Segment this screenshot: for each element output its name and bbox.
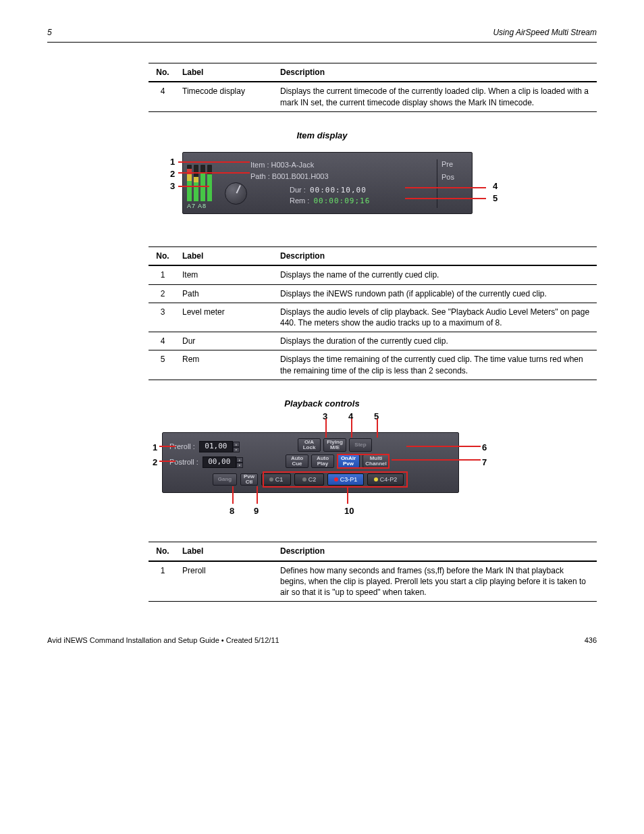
t2-r2-label: Level meter xyxy=(177,303,275,332)
co2-10: 10 xyxy=(344,505,354,517)
t2-h1: Label xyxy=(177,247,275,266)
panel-item-display: A7 A8 Item : H003-A-Jack Path : B001.B00… xyxy=(182,152,473,214)
t2-r4-label: Rem xyxy=(177,350,275,380)
item-name: Item : H003-A-Jack xyxy=(250,159,329,171)
pvw-ctl-button[interactable]: PvwCtl xyxy=(240,473,258,486)
co2-2: 2 xyxy=(153,457,157,469)
co2-7: 7 xyxy=(482,457,487,469)
t2-r3-desc: Displays the duration of the currently c… xyxy=(275,332,597,350)
t2-r4-desc: Displays the time remaining of the curre… xyxy=(275,350,597,380)
preroll-down-icon[interactable]: ▾ xyxy=(233,447,240,452)
section-playback-controls: Playback controls xyxy=(47,398,597,410)
t1-r0-label: Timecode display xyxy=(177,82,275,111)
table-playback-controls: No. Label Description 1 Preroll Defines … xyxy=(149,542,597,602)
t3-r0-num: 1 xyxy=(149,561,177,602)
highlight-onair-multi xyxy=(337,454,390,469)
panel-playback-controls: Preroll : 01,00 ▴▾ Postroll : 00,00 ▴▾ O… xyxy=(162,432,459,493)
t2-r0-num: 1 xyxy=(149,265,177,284)
dur-value: 00:00:10,00 xyxy=(310,186,367,194)
t2-r0-label: Item xyxy=(177,265,275,284)
postroll-input[interactable]: 00,00 ▴▾ xyxy=(203,457,236,468)
t1-r0-desc: Displays the current timecode of the cur… xyxy=(275,82,597,111)
rem-value: 00:00:09;16 xyxy=(313,197,370,205)
dur-label: Dur : xyxy=(290,186,306,194)
t2-r2-desc: Displays the audio levels of clip playba… xyxy=(275,303,597,332)
postroll-down-icon[interactable]: ▾ xyxy=(236,463,243,468)
t2-r2-num: 3 xyxy=(149,303,177,332)
meter-label: A7 A8 xyxy=(187,202,207,210)
preroll-value: 01,00 xyxy=(205,442,227,452)
step-button[interactable]: Step xyxy=(349,438,372,452)
footer-left: Avid iNEWS Command Installation and Setu… xyxy=(47,635,279,646)
t2-r3-label: Dur xyxy=(177,332,275,350)
preroll-label: Preroll : xyxy=(169,442,195,452)
table-timecode-display: No. Label Description 4 Timecode display… xyxy=(149,63,597,112)
t3-h0: No. xyxy=(149,542,177,561)
t2-h0: No. xyxy=(149,247,177,266)
item-path: Path : B001.B001.H003 xyxy=(250,171,329,182)
co2-6: 6 xyxy=(482,442,487,454)
header-page-ref: 5 xyxy=(47,27,52,38)
auto-cue-button[interactable]: AutoCue xyxy=(286,454,308,468)
t3-r0-label: Preroll xyxy=(177,561,275,602)
t2-r4-num: 5 xyxy=(149,350,177,380)
co1-2: 2 xyxy=(170,168,175,180)
co2-1: 1 xyxy=(153,442,157,454)
gang-button[interactable]: Gang xyxy=(213,473,237,486)
postroll-label: Postroll : xyxy=(169,457,198,467)
oa-lock-button[interactable]: O/ALock xyxy=(298,438,321,452)
t3-h2: Description xyxy=(275,542,597,561)
t2-r0-desc: Displays the name of the currently cued … xyxy=(275,265,597,284)
footer-page: 436 xyxy=(585,635,597,646)
preroll-up-icon[interactable]: ▴ xyxy=(233,442,240,447)
t3-h1: Label xyxy=(177,542,275,561)
section-item-display: Item display xyxy=(47,130,597,142)
t2-r3-num: 4 xyxy=(149,332,177,350)
co2-8: 8 xyxy=(230,505,234,517)
co2-4: 4 xyxy=(348,411,353,423)
co2-3: 3 xyxy=(323,411,327,423)
highlight-channels xyxy=(263,471,408,488)
pos-label: Pos xyxy=(441,172,468,182)
t2-r1-num: 2 xyxy=(149,284,177,303)
t1-h0: No. xyxy=(149,63,177,82)
t1-h2: Description xyxy=(275,63,597,82)
t3-r0-desc: Defines how many seconds and frames (ss,… xyxy=(275,561,597,602)
t2-r1-label: Path xyxy=(177,284,275,303)
postroll-value: 00,00 xyxy=(208,457,230,467)
t1-h1: Label xyxy=(177,63,275,82)
co2-9: 9 xyxy=(254,505,259,517)
flying-me-button[interactable]: FlyingM/E xyxy=(323,438,346,452)
header-rule xyxy=(47,42,597,43)
co1-5: 5 xyxy=(493,192,498,205)
postroll-up-icon[interactable]: ▴ xyxy=(236,457,243,463)
co1-3: 3 xyxy=(170,180,175,192)
t2-r1-desc: Displays the iNEWS rundown path (if appl… xyxy=(275,284,597,303)
co1-4: 4 xyxy=(493,180,498,192)
preroll-input[interactable]: 01,00 ▴▾ xyxy=(199,441,233,452)
rem-label: Rem : xyxy=(290,197,309,205)
header-title: Using AirSpeed Multi Stream xyxy=(493,27,597,38)
co1-1: 1 xyxy=(170,156,175,168)
co2-5: 5 xyxy=(374,411,379,423)
t1-r0-num: 4 xyxy=(149,82,177,111)
pre-label: Pre xyxy=(441,159,468,170)
jog-knob[interactable] xyxy=(225,182,247,205)
table-item-display: No. Label Description 1 Item Displays th… xyxy=(149,246,597,380)
audio-meters xyxy=(187,161,212,201)
t2-h2: Description xyxy=(275,247,597,266)
auto-play-button[interactable]: AutoPlay xyxy=(311,454,334,468)
